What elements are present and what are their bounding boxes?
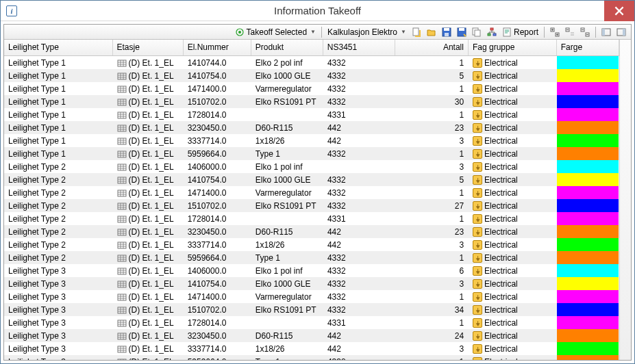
cell-farge [557,264,619,277]
cell-produkt [251,316,323,329]
cell-etasje: (D) Et. 1_EL [113,342,184,355]
table-row[interactable]: Leilighet Type 2(D) Et. 1_EL3230450.0D60… [4,225,619,238]
table-row[interactable]: Leilighet Type 1(D) Et. 1_EL1410744.0Elk… [4,56,619,69]
close-button[interactable] [604,1,634,21]
table-row[interactable]: Leilighet Type 1(D) Et. 1_EL5959664.0Typ… [4,147,619,160]
color-swatch [557,108,619,121]
table-row[interactable]: Leilighet Type 3(D) Et. 1_EL1406000.0Elk… [4,264,619,277]
level-icon [117,58,127,68]
table-row[interactable]: Leilighet Type 3(D) Et. 1_EL1510702.0Elk… [4,303,619,316]
preset-dropdown[interactable]: Kalkulasjon Elektro ▼ [325,26,408,38]
cell-etasje: (D) Et. 1_EL [113,264,184,277]
title-bar[interactable]: i Information Takeoff [1,1,634,21]
cell-antall: 1 [395,251,469,264]
expand-all-button[interactable] [548,26,562,38]
takeoff-selected-button[interactable]: Takeoff Selected ▼ [233,26,318,38]
cell-ns3451: 4332 [323,95,395,108]
col-header-etasje[interactable]: Etasje [113,40,184,55]
panel-right-icon [617,27,626,37]
cell-leilighet-type: Leilighet Type 2 [4,238,113,251]
panel-right-button[interactable] [614,26,628,38]
color-swatch [557,69,619,82]
cell-ns3451: 4332 [323,277,395,290]
table-row[interactable]: Leilighet Type 1(D) Et. 1_EL1410754.0Elk… [4,69,619,82]
col-header-fag-gruppe[interactable]: Fag gruppe [469,40,557,55]
table-row[interactable]: Leilighet Type 2(D) Et. 1_EL1471400.0Var… [4,186,619,199]
table-row[interactable]: Leilighet Type 1(D) Et. 1_EL1728014.0433… [4,108,619,121]
level-icon [117,240,127,250]
level-icon [117,318,127,328]
cell-fag-gruppe: ⏚Electrical [469,303,557,316]
col-header-antall[interactable]: Antall [395,40,469,55]
col-header-elnummer[interactable]: El.Nummer [184,40,251,55]
table-row[interactable]: Leilighet Type 2(D) Et. 1_EL3337714.01x1… [4,238,619,251]
cell-farge [557,303,619,316]
cell-ns3451: 4332 [323,251,395,264]
expand-all-icon [550,27,560,37]
cell-ns3451: 442 [323,225,395,238]
electrical-icon: ⏚ [473,240,482,250]
copy-button[interactable] [470,26,484,38]
cell-leilighet-type: Leilighet Type 2 [4,251,113,264]
cell-leilighet-type: Leilighet Type 3 [4,355,113,360]
table-row[interactable]: Leilighet Type 1(D) Et. 1_EL1510702.0Elk… [4,95,619,108]
collapse-top-button[interactable] [563,26,577,38]
table-row[interactable]: Leilighet Type 2(D) Et. 1_EL1406000.0Elk… [4,160,619,173]
col-header-leilighet-type[interactable]: Leilighet Type [4,40,113,55]
table-row[interactable]: Leilighet Type 3(D) Et. 1_EL3337714.01x1… [4,342,619,355]
table-row[interactable]: Leilighet Type 3(D) Et. 1_EL1728014.0433… [4,316,619,329]
electrical-icon: ⏚ [473,266,482,276]
col-header-farge[interactable]: Farge [557,40,619,55]
cell-antall: 23 [395,121,469,134]
cell-elnummer: 5959664.0 [184,251,251,264]
table-row[interactable]: Leilighet Type 1(D) Et. 1_EL3230450.0D60… [4,121,619,134]
cell-fag-gruppe: ⏚Electrical [469,277,557,290]
table-row[interactable]: Leilighet Type 1(D) Et. 1_EL3337714.01x1… [4,134,619,147]
cell-farge [557,199,619,212]
panel-left-button[interactable] [599,26,613,38]
electrical-icon: ⏚ [473,149,482,159]
cell-antall: 1 [395,186,469,199]
cell-leilighet-type: Leilighet Type 1 [4,56,113,69]
cell-farge [557,160,619,173]
table-row[interactable]: Leilighet Type 1(D) Et. 1_EL1471400.0Var… [4,82,619,95]
grid-rows[interactable]: Leilighet Type 1(D) Et. 1_EL1410744.0Elk… [4,56,619,360]
cell-produkt [251,108,323,121]
table-row[interactable]: Leilighet Type 2(D) Et. 1_EL1728014.0433… [4,212,619,225]
cell-elnummer: 1410754.0 [184,173,251,186]
electrical-icon: ⏚ [473,331,482,341]
color-swatch [557,56,619,69]
electrical-icon: ⏚ [473,71,482,81]
collapse-all-button[interactable] [578,26,592,38]
table-row[interactable]: Leilighet Type 2(D) Et. 1_EL1510702.0Elk… [4,199,619,212]
scrollbar[interactable] [619,40,631,360]
table-row[interactable]: Leilighet Type 3(D) Et. 1_EL3230450.0D60… [4,329,619,342]
cell-leilighet-type: Leilighet Type 3 [4,290,113,303]
cell-etasje: (D) Et. 1_EL [113,212,184,225]
orgchart-button[interactable] [485,26,499,38]
cell-etasje: (D) Et. 1_EL [113,69,184,82]
table-row[interactable]: Leilighet Type 2(D) Et. 1_EL5959664.0Typ… [4,251,619,264]
save-button[interactable] [440,26,453,38]
cell-leilighet-type: Leilighet Type 1 [4,108,113,121]
color-swatch [557,186,619,199]
cell-ns3451: 442 [323,134,395,147]
cell-elnummer: 1410744.0 [184,56,251,69]
svg-rect-43 [118,320,126,326]
open-button[interactable] [425,26,438,38]
col-header-produkt[interactable]: Produkt [251,40,323,55]
window-title: Information Takeoff [1,5,634,16]
cell-ns3451: 4332 [323,69,395,82]
color-swatch [557,264,619,277]
save-as-button[interactable] [455,26,469,38]
col-header-ns3451[interactable]: NS3451 [323,40,395,55]
report-button[interactable]: Report [500,26,540,38]
svg-rect-44 [118,333,126,339]
table-row[interactable]: Leilighet Type 3(D) Et. 1_EL1471400.0Var… [4,290,619,303]
table-row[interactable]: Leilighet Type 2(D) Et. 1_EL1410754.0Elk… [4,173,619,186]
cell-etasje: (D) Et. 1_EL [113,173,184,186]
table-row[interactable]: Leilighet Type 3(D) Et. 1_EL1410754.0Elk… [4,277,619,290]
electrical-icon: ⏚ [473,292,482,302]
table-row[interactable]: Leilighet Type 3(D) Et. 1_EL5959664.0Typ… [4,355,619,360]
new-button[interactable] [410,26,423,38]
